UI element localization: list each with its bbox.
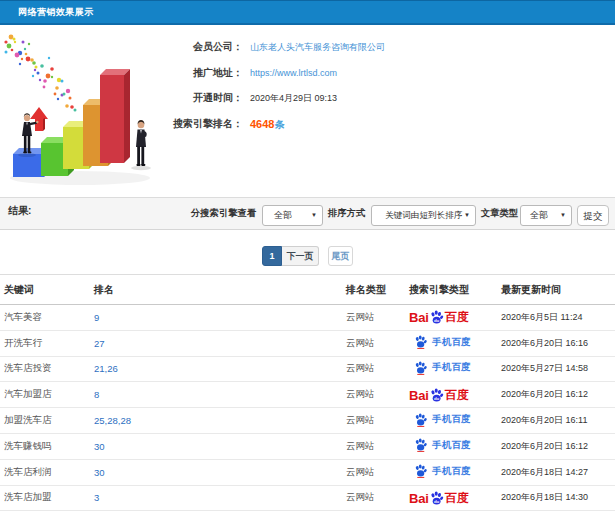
type-select-value: 全部 [521,206,548,225]
col-engine-type: 搜索引擎类型 [405,275,497,305]
table-header-row: 关键词 排名 排名类型 搜索引擎类型 最新更新时间 [0,275,615,305]
mobile-baidu-logo: 手机百度 [414,464,471,478]
keyword-cell: 洗车赚钱吗 [0,433,90,459]
rank-cell: 9 [90,305,342,331]
table-row: 开洗车行 27 云网站 手机百度 2020年6月20日 16:16 [0,330,615,356]
engine-select-value: 全部 [263,206,292,225]
baidu-paw-icon: du [429,310,444,324]
mobile-baidu-paw-icon [414,335,427,349]
table-row: 洗车赚钱吗 30 云网站 手机百度 2020年6月20日 16:12 [0,433,615,459]
rank-type-cell: 云网站 [342,485,405,511]
rank-type-cell: 云网站 [342,459,405,485]
rank-cell: 30 [90,433,342,459]
mobile-baidu-logo: 手机百度 [414,335,471,349]
baidu-logo: Bai du 百度 [409,491,469,505]
updated-cell: 2020年6月20日 16:16 [497,330,615,356]
rank-cell: 21,26 [90,356,342,382]
table-row: 加盟洗车店 25,28,28 云网站 手机百度 2020年6月20日 16:11 [0,408,615,434]
mobile-baidu-underline [417,477,424,478]
rank-cell: 25,28,28 [90,408,342,434]
info-row: 推广地址：https://www.lrtlsd.com [0,66,615,80]
type-select[interactable]: 全部 ▼ [520,205,572,226]
baidu-paw-icon: du [429,491,444,505]
page-1-button[interactable]: 1 [262,246,282,266]
table-row: 洗车店投资 21,26 云网站 手机百度 2020年5月27日 14:58 [0,356,615,382]
info-label: 推广地址： [0,66,243,80]
rank-type-cell: 云网站 [342,382,405,408]
mobile-baidu-paw-icon [414,438,427,452]
updated-cell: 2020年6月5日 11:24 [497,305,615,331]
engine-cell: 手机百度 [405,459,497,485]
mobile-baidu-paw-icon [414,464,427,478]
info-label: 会员公司： [0,40,243,54]
rank-cell: 30 [90,459,342,485]
rank-type-cell: 云网站 [342,305,405,331]
sort-label: 排序方式 [328,207,365,220]
rank-type-cell: 云网站 [342,433,405,459]
page: 网络营销效果展示 [0,0,615,520]
updated-cell: 2020年6月18日 14:27 [497,459,615,485]
mobile-baidu-label: 手机百度 [432,413,471,426]
info-row: 会员公司：山东老人头汽车服务咨询有限公司 [0,40,615,54]
baidu-logo-du: du [434,396,440,401]
mobile-baidu-label: 手机百度 [432,336,471,349]
updated-cell: 2020年6月20日 16:12 [497,382,615,408]
mobile-baidu-underline [417,426,424,427]
baidu-logo-du: du [434,318,440,323]
baidu-logo-du: du [434,499,440,504]
engine-cell: Bai du 百度 [405,485,497,511]
bar-chart-illustration [0,30,168,192]
mobile-baidu-paw-icon [414,361,427,375]
baidu-logo-bai: Bai [409,389,429,402]
dropdown-arrow-icon: ▼ [560,206,566,225]
baidu-logo-cn: 百度 [445,311,469,324]
engine-rank-unit: 条 [274,119,284,130]
keyword-cell: 汽车美容 [0,305,90,331]
keyword-cell: 汽车加盟店 [0,382,90,408]
rank-type-cell: 云网站 [342,356,405,382]
keyword-rank-table: 关键词 排名 排名类型 搜索引擎类型 最新更新时间 汽车美容 9 云网站 Bai… [0,274,615,511]
mobile-baidu-label: 手机百度 [432,361,471,374]
table-row: 汽车美容 9 云网站 Bai du 百度 2020年6月5日 11:24 [0,305,615,331]
keyword-cell: 洗车店投资 [0,356,90,382]
sort-select[interactable]: 关键词由短到长排序 ▼ [371,205,476,226]
baidu-paw-icon: du [429,388,444,402]
pagination: 1 下一页 尾页 [0,246,615,266]
table-row: 汽车加盟店 8 云网站 Bai du 百度 2020年6月20日 16:12 [0,382,615,408]
info-value-link[interactable]: 山东老人头汽车服务咨询有限公司 [250,40,385,54]
updated-cell: 2020年5月27日 14:58 [497,356,615,382]
info-value: 4648条 [250,117,284,132]
baidu-logo: Bai du 百度 [409,388,469,402]
engine-cell: Bai du 百度 [405,382,497,408]
mobile-baidu-underline [417,451,424,452]
engine-cell: Bai du 百度 [405,305,497,331]
mobile-baidu-label: 手机百度 [432,439,471,452]
mobile-baidu-paw-icon [414,413,427,427]
engine-cell: 手机百度 [405,330,497,356]
sort-select-value: 关键词由短到长排序 [372,206,462,225]
last-page-button[interactable]: 尾页 [328,246,353,266]
info-row: 开通时间：2020年4月29日 09:13 [0,91,615,105]
engine-cell: 手机百度 [405,356,497,382]
baidu-logo-bai: Bai [409,492,429,505]
baidu-logo: Bai du 百度 [409,310,469,324]
submit-button[interactable]: 提交 [577,205,609,226]
info-value-link[interactable]: https://www.lrtlsd.com [250,66,337,80]
rank-type-cell: 云网站 [342,408,405,434]
dropdown-arrow-icon: ▼ [464,206,470,225]
mobile-baidu-logo: 手机百度 [414,361,471,375]
keyword-cell: 开洗车行 [0,330,90,356]
updated-cell: 2020年6月18日 14:30 [497,485,615,511]
result-label: 结果: [8,204,31,218]
rank-cell: 27 [90,330,342,356]
col-rank-type: 排名类型 [342,275,405,305]
dropdown-arrow-icon: ▼ [311,206,317,225]
baidu-logo-cn: 百度 [445,492,469,505]
engine-select[interactable]: 全部 ▼ [262,205,323,226]
engine-rank-count: 4648 [250,118,274,130]
col-keyword: 关键词 [0,275,90,305]
mobile-baidu-underline [417,374,424,375]
next-page-button[interactable]: 下一页 [282,246,319,266]
info-value: 2020年4月29日 09:13 [250,91,337,105]
keyword-cell: 洗车店加盟 [0,485,90,511]
